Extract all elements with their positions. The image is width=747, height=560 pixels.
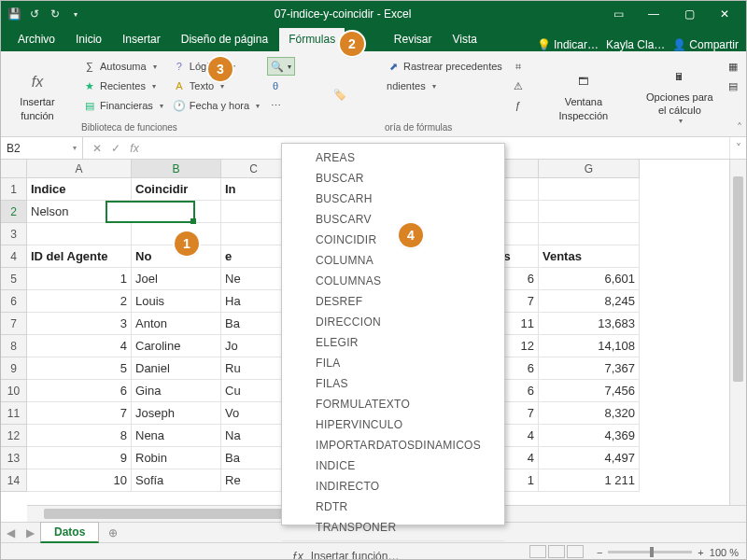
cell[interactable] — [539, 201, 640, 223]
row-header-3[interactable]: 3 — [1, 223, 27, 245]
row-header-13[interactable]: 13 — [1, 447, 27, 469]
cell[interactable]: 5 — [27, 357, 132, 380]
row-header-9[interactable]: 9 — [1, 357, 27, 380]
sheet-nav-prev-icon[interactable]: ◀ — [1, 526, 21, 539]
undo-icon[interactable]: ↺ — [27, 7, 42, 21]
row-header-2[interactable]: 2 — [1, 201, 27, 223]
row-header-14[interactable]: 14 — [1, 469, 27, 492]
trace-precedents-button[interactable]: ⬈Rastrear precedentes — [385, 57, 504, 76]
cell[interactable] — [539, 178, 640, 201]
cell[interactable]: 1 — [27, 268, 132, 290]
name-manager-button[interactable]: 🏷️ — [321, 57, 359, 133]
menu-item-hipervinculo[interactable]: HIPERVINCULO — [282, 414, 504, 435]
menu-item-buscarh[interactable]: BUSCARH — [282, 189, 504, 209]
menu-item-importardatosdinamicos[interactable]: IMPORTARDATOSDINAMICOS — [282, 435, 504, 455]
view-buttons[interactable] — [529, 545, 585, 560]
menu-item-buscarv[interactable]: BUSCARV — [282, 209, 504, 230]
menu-item-buscar[interactable]: BUSCAR — [282, 168, 504, 189]
cell[interactable]: Ru — [221, 357, 287, 380]
cell[interactable] — [27, 223, 132, 245]
cell[interactable]: Na — [221, 425, 287, 447]
maximize-icon[interactable]: ▢ — [673, 4, 705, 24]
row-header-5[interactable]: 5 — [1, 268, 27, 290]
cell[interactable]: 2 — [27, 290, 132, 313]
remove-arrows-button[interactable] — [385, 96, 504, 115]
zoom-control[interactable]: − + 100 % — [597, 547, 739, 558]
menu-item-filas[interactable]: FILAS — [282, 373, 504, 394]
cell[interactable]: Ne — [221, 268, 287, 290]
cell[interactable]: Re — [221, 469, 287, 492]
cell[interactable]: Joel — [132, 268, 221, 290]
menu-item-columna[interactable]: COLUMNA — [282, 250, 504, 271]
select-all-corner[interactable] — [1, 160, 27, 178]
menu-item-elegir[interactable]: ELEGIR — [282, 332, 504, 353]
cell[interactable]: 7 — [27, 402, 132, 425]
column-header-G[interactable]: G — [539, 160, 640, 178]
cell[interactable]: 14,108 — [539, 335, 640, 357]
zoom-slider[interactable] — [608, 551, 692, 553]
menu-item-fila[interactable]: FILA — [282, 353, 504, 373]
datetime-button[interactable]: 🕐Fecha y hora — [171, 96, 261, 115]
row-header-7[interactable]: 7 — [1, 313, 27, 335]
menu-item-rdtr[interactable]: RDTR — [282, 497, 504, 517]
cell[interactable]: Caroline — [132, 335, 221, 357]
fx-bar-icon[interactable]: fx — [128, 142, 141, 155]
cell[interactable]: 3 — [27, 313, 132, 335]
zoom-in-icon[interactable]: + — [698, 547, 703, 558]
cell[interactable]: 8,320 — [539, 402, 640, 425]
column-header-B[interactable]: B — [132, 160, 221, 178]
menu-item-formulatexto[interactable]: FORMULATEXTO — [282, 394, 504, 414]
error-check-button[interactable]: ⚠ — [510, 77, 527, 95]
column-header-C[interactable]: C — [221, 160, 287, 178]
cell[interactable]: 4,369 — [539, 425, 640, 447]
cell[interactable]: Coincidir — [132, 178, 221, 201]
calc-sheet-button[interactable]: ▤ — [725, 77, 741, 95]
cell[interactable]: 6,601 — [539, 268, 640, 290]
zoom-out-icon[interactable]: − — [597, 547, 602, 558]
cell[interactable]: Gina — [132, 380, 221, 402]
cell[interactable]: Anton — [132, 313, 221, 335]
save-icon[interactable]: 💾 — [7, 7, 21, 21]
page-layout-view-icon[interactable] — [548, 545, 565, 558]
calculation-options-button[interactable]: 🖩 Opciones para el cálculo — [641, 57, 719, 133]
vertical-scrollbar[interactable] — [729, 160, 746, 505]
menu-item-direccion[interactable]: DIRECCION — [282, 312, 504, 332]
row-header-10[interactable]: 10 — [1, 380, 27, 402]
share-button[interactable]: 👤 Compartir — [672, 38, 739, 51]
cell[interactable]: 4,497 — [539, 447, 640, 469]
row-header-8[interactable]: 8 — [1, 335, 27, 357]
row-headers[interactable]: 1234567891011121314 — [1, 178, 27, 505]
cell[interactable] — [132, 201, 221, 223]
cell[interactable]: Ba — [221, 313, 287, 335]
row-header-1[interactable]: 1 — [1, 178, 27, 201]
menu-insert-function[interactable]: ƒxInsertar función… — [282, 544, 504, 560]
autosum-button[interactable]: ∑Autosuma — [81, 57, 165, 76]
tab-diseno-pagina[interactable]: Diseño de página — [172, 28, 277, 51]
close-icon[interactable]: ✕ — [709, 4, 740, 24]
show-formulas-button[interactable]: ⌗ — [510, 57, 527, 76]
cell[interactable]: 7,456 — [539, 380, 640, 402]
cell[interactable]: Ventas — [539, 245, 640, 268]
column-header-A[interactable]: A — [27, 160, 132, 178]
cell[interactable]: 4 — [27, 335, 132, 357]
menu-item-areas[interactable]: AREAS — [282, 147, 504, 168]
cell[interactable] — [221, 201, 287, 223]
normal-view-icon[interactable] — [529, 545, 546, 558]
cell[interactable]: Daniel — [132, 357, 221, 380]
menu-item-columnas[interactable]: COLUMNAS — [282, 271, 504, 291]
new-sheet-icon[interactable]: ⊕ — [99, 526, 127, 539]
collapse-ribbon-icon[interactable]: ˄ — [737, 121, 742, 134]
cell[interactable]: Nelson — [27, 201, 132, 223]
cell[interactable]: e — [221, 245, 287, 268]
redo-icon[interactable]: ↻ — [48, 7, 63, 21]
page-break-view-icon[interactable] — [567, 545, 584, 558]
trace-dependents-button[interactable]: ndientes — [385, 77, 504, 95]
cell[interactable]: Jo — [221, 335, 287, 357]
cell[interactable]: Sofía — [132, 469, 221, 492]
tab-revisar[interactable]: Revisar — [385, 28, 442, 51]
calc-now-button[interactable]: ▦ — [725, 57, 741, 76]
enter-formula-icon[interactable]: ✓ — [109, 142, 122, 155]
row-header-6[interactable]: 6 — [1, 290, 27, 313]
cell[interactable]: 9 — [27, 447, 132, 469]
menu-item-indice[interactable]: INDICE — [282, 455, 504, 476]
